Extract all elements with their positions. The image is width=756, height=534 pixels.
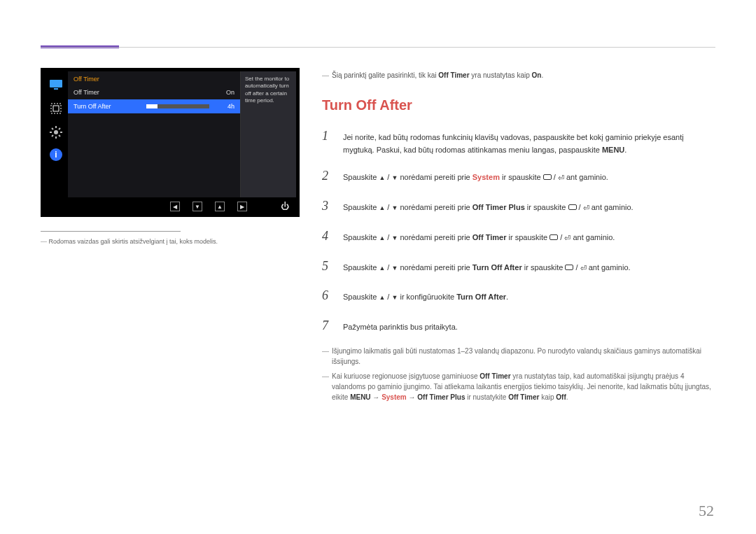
model-caption: Rodomas vaizdas gali skirtis atsižvelgia… (41, 238, 218, 245)
step-5: 5 Spauskite ▲ / ▼ norėdami pereiti prie … (322, 256, 714, 276)
footnote-1: Išjungimo laikmatis gali būti nustatomas… (322, 346, 714, 367)
kw-offtimer: Off Timer (479, 372, 510, 380)
svg-rect-2 (51, 104, 61, 113)
up-icon: ▲ (379, 173, 385, 183)
nav-up-icon: ▲ (215, 202, 225, 211)
section-heading: Turn Off After (322, 94, 714, 116)
step-number: 7 (322, 316, 333, 336)
t: ant gaminio. (570, 233, 615, 241)
arrow: → (407, 393, 418, 401)
screen-icon (48, 77, 64, 92)
step-number: 3 (322, 196, 333, 216)
osd-row-value: 4h (214, 103, 234, 110)
kw-offtimerplus: Off Timer Plus (417, 393, 465, 401)
osd-slider-fill (146, 104, 158, 108)
step-text: Spauskite ▲ / ▼ norėdami pereiti prie Tu… (343, 262, 714, 275)
t: Kai kuriuose regionuose įsigytuose gamin… (332, 372, 479, 380)
intro-text: Šią parinktį galite pasirinkti, tik kai (332, 71, 438, 79)
t: norėdami pereiti prie (398, 233, 472, 241)
up-icon: ▲ (379, 293, 385, 302)
steps-list: 1 Jei norite, kad būtų rodomas funkcinių… (322, 126, 714, 336)
step-text: Spauskite ▲ / ▼ norėdami pereiti prie Of… (343, 202, 714, 215)
step-text: Spauskite ▲ / ▼ ir konfigūruokite Turn O… (343, 291, 714, 304)
step-6: 6 Spauskite ▲ / ▼ ir konfigūruokite Turn… (322, 286, 714, 306)
content-column: Šią parinktį galite pasirinkti, tik kai … (322, 70, 714, 402)
kw-menu: MENU (350, 393, 370, 401)
t: ant gaminio. (564, 173, 608, 181)
osd-row-turnoffafter: Turn Off After 4h (68, 99, 240, 113)
osd-title: Off Timer (68, 76, 240, 85)
picture-icon (48, 101, 64, 116)
kw-system: System (382, 393, 407, 401)
t: ir spauskite (500, 173, 543, 181)
t: norėdami pereiti prie (398, 263, 472, 272)
button-icon (550, 234, 558, 240)
arrow: → (371, 393, 382, 401)
kw-turnoffafter: Turn Off After (472, 263, 522, 272)
osd-row-offtimer: Off Timer On (68, 85, 240, 99)
step-number: 1 (322, 126, 333, 146)
step-text: Jei norite, kad būtų rodomas funkcinių k… (343, 132, 714, 156)
step-number: 6 (322, 286, 333, 306)
t: ir konfigūruokite (398, 293, 456, 301)
step-3: 3 Spauskite ▲ / ▼ norėdami pereiti prie … (322, 196, 714, 216)
osd-row-label: Turn Off After (74, 103, 146, 110)
t: norėdami pereiti prie (398, 203, 472, 211)
nav-power-icon: ⏻ (281, 202, 289, 211)
t: Spauskite (343, 263, 379, 272)
step-7: 7 Pažymėta parinktis bus pritaikyta. (322, 316, 714, 336)
step-number: 2 (322, 166, 333, 186)
button-icon (543, 174, 552, 180)
t: ir spauskite (525, 203, 568, 211)
nav-left-icon: ◀ (170, 202, 180, 211)
osd-row-label: Off Timer (74, 89, 214, 96)
t: kaip (539, 393, 556, 401)
t: Spauskite (343, 173, 379, 181)
t: . (506, 293, 508, 301)
kw-system: System (472, 173, 500, 181)
intro-text: . (541, 71, 543, 79)
t: ir spauskite (522, 263, 566, 272)
svg-rect-3 (53, 106, 59, 111)
kw-turnoffafter: Turn Off After (456, 293, 506, 301)
step-2: 2 Spauskite ▲ / ▼ norėdami pereiti prie … (322, 166, 714, 186)
up-icon: ▲ (379, 263, 385, 273)
up-icon: ▲ (379, 203, 385, 213)
osd-inner: i Off Timer Off Timer On Turn Off After … (44, 71, 296, 197)
t: ir spauskite (506, 233, 550, 241)
info-icon: i (50, 148, 62, 161)
osd-sidebar: i (44, 71, 68, 197)
svg-point-4 (54, 130, 58, 134)
t: Jei norite, kad būtų rodomas funkcinių k… (343, 133, 684, 154)
button-icon (568, 204, 577, 210)
kw-offtimerplus: Off Timer Plus (472, 203, 525, 211)
t: Spauskite (343, 203, 379, 211)
t: norėdami pereiti prie (398, 173, 472, 181)
intro-text: yra nustatytas kaip (470, 71, 532, 79)
osd-description: Set the monitor to automatically turn of… (240, 71, 296, 197)
kw-offtimer: Off Timer (472, 233, 507, 241)
osd-screenshot: i Off Timer Off Timer On Turn Off After … (41, 68, 300, 217)
button-icon (565, 265, 573, 270)
enter-icon: ⏎ (558, 172, 564, 185)
step-number: 4 (322, 226, 333, 246)
enter-icon: ⏎ (580, 262, 587, 275)
header-rule (41, 47, 715, 48)
step-number: 5 (322, 256, 333, 276)
t: . (624, 146, 626, 154)
svg-rect-0 (50, 80, 62, 87)
kw-menu: MENU (602, 146, 624, 154)
svg-rect-1 (54, 88, 58, 90)
svg-line-9 (52, 128, 53, 129)
svg-line-12 (59, 128, 60, 129)
t: . (566, 393, 568, 401)
footnote-2: Kai kuriuose regionuose įsigytuose gamin… (322, 371, 714, 402)
t: Spauskite (343, 293, 379, 301)
gear-icon (48, 125, 64, 140)
t: ant gaminio. (587, 263, 631, 272)
intro-bold: On (532, 71, 542, 79)
svg-line-11 (52, 135, 53, 136)
step-text: Spauskite ▲ / ▼ norėdami pereiti prie Of… (343, 232, 714, 245)
kw-offtimer: Off Timer (508, 393, 539, 401)
intro-note: Šią parinktį galite pasirinkti, tik kai … (322, 70, 714, 81)
